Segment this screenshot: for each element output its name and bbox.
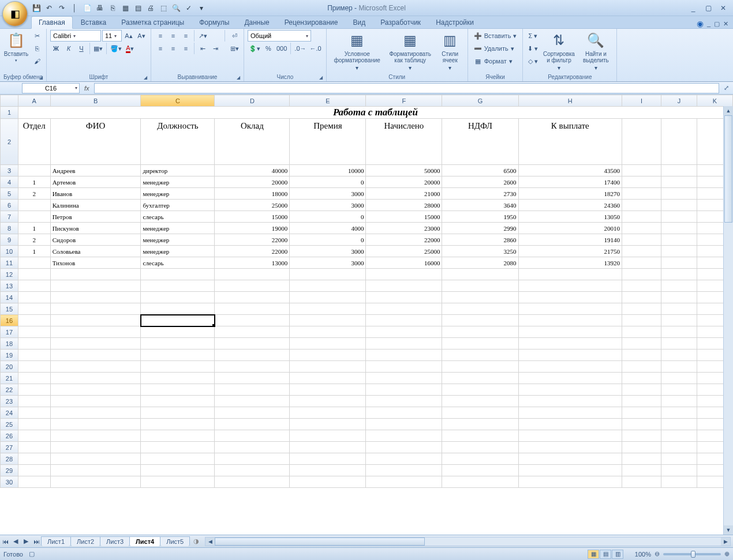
cell[interactable]: 10000 <box>290 165 366 176</box>
cell[interactable] <box>442 465 518 476</box>
col-header[interactable]: E <box>290 95 366 107</box>
cell[interactable]: ФИО <box>50 119 141 165</box>
cell[interactable]: НДФЛ <box>442 119 518 165</box>
cell[interactable] <box>366 442 442 453</box>
dialog-launcher-icon[interactable]: ◢ <box>39 75 43 80</box>
cell[interactable] <box>18 396 50 407</box>
cell[interactable] <box>50 373 141 384</box>
cell[interactable] <box>18 165 50 176</box>
cell[interactable] <box>622 396 661 407</box>
minimize-ribbon-icon[interactable]: _ <box>707 20 710 27</box>
cell[interactable] <box>442 407 518 419</box>
cell[interactable]: 25000 <box>366 246 442 257</box>
cell[interactable] <box>518 384 622 396</box>
cell[interactable] <box>290 465 366 476</box>
cell[interactable] <box>622 188 661 200</box>
cell[interactable] <box>622 442 661 453</box>
cell[interactable] <box>622 430 661 442</box>
cell[interactable] <box>141 303 215 315</box>
paste-button[interactable]: 📋 Вставить▾ <box>3 30 29 64</box>
align-left-icon[interactable]: ≡ <box>155 43 166 54</box>
sheet-tab[interactable]: Лист1 <box>41 536 71 546</box>
row-header[interactable]: 21 <box>1 373 18 384</box>
cell[interactable] <box>215 326 290 338</box>
zoom-out-icon[interactable]: ⊖ <box>655 550 660 558</box>
row-header[interactable]: 17 <box>1 326 18 338</box>
cell[interactable] <box>518 396 622 407</box>
cell[interactable] <box>661 303 697 315</box>
cell[interactable] <box>622 119 661 165</box>
cell[interactable] <box>215 349 290 361</box>
row-header[interactable]: 12 <box>1 269 18 280</box>
cell[interactable] <box>290 349 366 361</box>
cell[interactable] <box>18 303 50 315</box>
cell[interactable] <box>661 453 697 465</box>
cell[interactable] <box>518 361 622 373</box>
cell[interactable] <box>442 303 518 315</box>
cell[interactable] <box>518 280 622 292</box>
row-header[interactable]: 23 <box>1 396 18 407</box>
cell[interactable] <box>141 373 215 384</box>
col-header[interactable]: I <box>622 95 661 107</box>
cell[interactable] <box>18 257 50 269</box>
cell[interactable] <box>518 430 622 442</box>
cell[interactable]: 20010 <box>518 223 622 234</box>
cell[interactable] <box>18 326 50 338</box>
cell[interactable] <box>141 442 215 453</box>
qat-btn[interactable]: ▦ <box>120 3 130 13</box>
cell[interactable] <box>518 269 622 280</box>
cell[interactable] <box>290 292 366 303</box>
cell[interactable] <box>290 326 366 338</box>
cell[interactable] <box>290 453 366 465</box>
select-all-corner[interactable] <box>1 95 18 107</box>
cell[interactable]: 1950 <box>442 211 518 223</box>
first-sheet-icon[interactable]: ⏮ <box>0 538 10 545</box>
format-as-table-button[interactable]: ▦Форматировать как таблицу▾ <box>387 30 434 72</box>
cell[interactable] <box>661 257 697 269</box>
cell[interactable] <box>18 407 50 419</box>
font-name-combo[interactable]: Calibri▾ <box>50 30 101 42</box>
cell[interactable] <box>18 373 50 384</box>
col-header[interactable]: F <box>366 95 442 107</box>
cell[interactable]: 4000 <box>290 223 366 234</box>
cell[interactable] <box>661 430 697 442</box>
cell[interactable] <box>50 303 141 315</box>
cell[interactable] <box>622 269 661 280</box>
cell[interactable] <box>18 465 50 476</box>
cell[interactable] <box>290 269 366 280</box>
cell[interactable] <box>622 200 661 211</box>
cell[interactable]: 1 <box>18 223 50 234</box>
conditional-formatting-button[interactable]: ▦Условное форматирование▾ <box>330 30 384 72</box>
cell[interactable]: 2860 <box>442 234 518 246</box>
cell[interactable] <box>366 453 442 465</box>
find-select-button[interactable]: 🔍Найти и выделить▾ <box>578 30 613 72</box>
cell[interactable] <box>366 419 442 430</box>
cell[interactable]: 13050 <box>518 211 622 223</box>
qat-btn[interactable]: 🖶 <box>95 3 105 13</box>
cell[interactable]: Оклад <box>215 119 290 165</box>
formula-bar[interactable] <box>94 83 719 93</box>
cell[interactable] <box>518 303 622 315</box>
decrease-indent-icon[interactable]: ⇤ <box>197 43 208 54</box>
cell[interactable]: Андреев <box>50 165 141 176</box>
cell[interactable]: 21000 <box>366 188 442 200</box>
cell[interactable]: менеджер <box>141 223 215 234</box>
sheet-tab[interactable]: Лист3 <box>100 536 130 546</box>
comma-icon[interactable]: 000 <box>275 43 288 54</box>
cell[interactable]: 40000 <box>215 165 290 176</box>
cell[interactable] <box>141 349 215 361</box>
border-icon[interactable]: ▦▾ <box>92 43 104 54</box>
cell[interactable] <box>518 349 622 361</box>
cell[interactable] <box>18 384 50 396</box>
cell[interactable] <box>661 361 697 373</box>
cell[interactable] <box>661 315 697 326</box>
delete-cells-button[interactable]: ➖Удалить ▾ <box>472 43 517 54</box>
next-sheet-icon[interactable]: ▶ <box>21 538 31 545</box>
cell[interactable]: Тихонов <box>50 257 141 269</box>
autosum-icon[interactable]: Σ ▾ <box>526 30 539 42</box>
cell[interactable] <box>18 315 50 326</box>
cell[interactable] <box>290 407 366 419</box>
qat-btn[interactable]: ▾ <box>196 3 207 13</box>
cell[interactable]: 3000 <box>290 188 366 200</box>
cell[interactable] <box>50 407 141 419</box>
